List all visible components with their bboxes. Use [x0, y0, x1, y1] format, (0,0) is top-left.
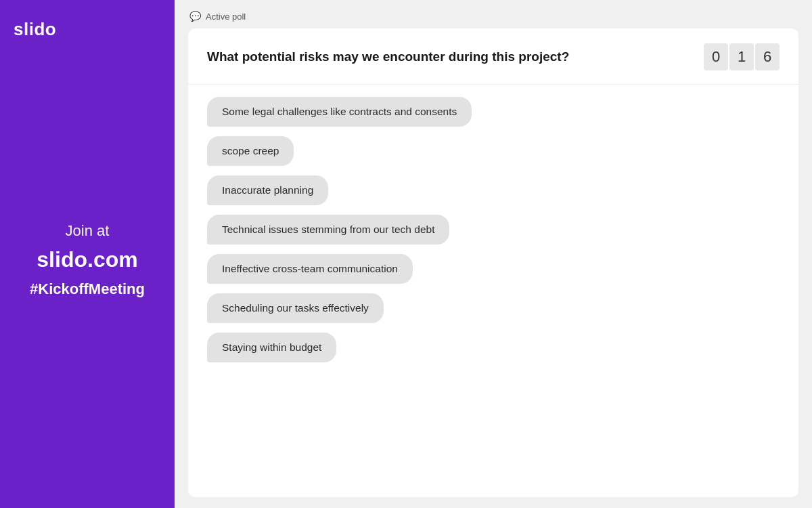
counter-digit-1: 1	[729, 43, 754, 70]
join-url: slido.com	[30, 245, 145, 275]
list-item: scope creep	[207, 136, 294, 166]
responses-list: Some legal challenges like contracts and…	[188, 85, 798, 497]
list-item: Scheduling our tasks effectively	[207, 293, 384, 323]
list-item: Technical issues stemming from our tech …	[207, 215, 449, 245]
counter-digit-0: 0	[704, 43, 728, 70]
poll-icon: 💬	[189, 11, 201, 22]
poll-card: What potential risks may we encounter du…	[188, 28, 798, 497]
list-item: Inaccurate planning	[207, 175, 328, 205]
poll-counter: 0 1 6	[704, 43, 780, 70]
counter-digit-2: 6	[755, 43, 780, 70]
active-poll-bar: 💬 Active poll	[188, 11, 798, 22]
join-at-label: Join at	[30, 221, 145, 242]
list-item: Ineffective cross-team communication	[207, 254, 413, 284]
poll-question-header: What potential risks may we encounter du…	[188, 28, 798, 85]
sidebar: slido Join at slido.com #KickoffMeeting	[0, 0, 175, 508]
poll-question: What potential risks may we encounter du…	[207, 49, 690, 64]
active-poll-label: Active poll	[206, 12, 246, 22]
hashtag-label: #KickoffMeeting	[30, 279, 145, 300]
list-item: Staying within budget	[207, 333, 336, 362]
join-info: Join at slido.com #KickoffMeeting	[30, 221, 145, 299]
list-item: Some legal challenges like contracts and…	[207, 97, 472, 127]
slido-logo: slido	[14, 19, 56, 40]
main-content: 💬 Active poll What potential risks may w…	[175, 0, 812, 508]
